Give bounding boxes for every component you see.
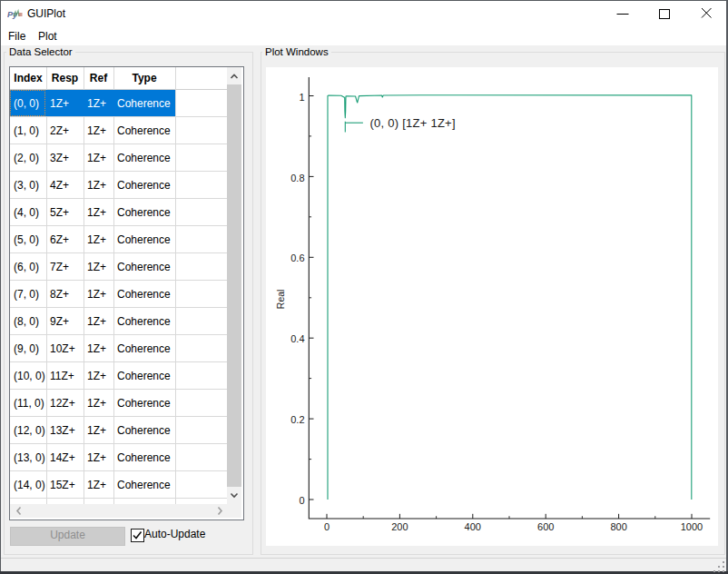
svg-text:0.4: 0.4 [290,333,304,344]
svg-text:0: 0 [299,495,304,506]
svg-text:0.8: 0.8 [290,173,304,183]
svg-text:Real: Real [275,290,286,310]
svg-text:1: 1 [299,92,304,103]
svg-text:400: 400 [465,521,481,532]
svg-text:200: 200 [391,521,408,532]
svg-text:(0, 0) [1Z+ 1Z+]: (0, 0) [1Z+ 1Z+] [370,116,456,130]
svg-text:600: 600 [537,521,554,532]
svg-text:800: 800 [610,521,626,532]
svg-text:1000: 1000 [681,521,703,532]
svg-text:0: 0 [324,521,330,532]
svg-text:0.6: 0.6 [290,252,304,263]
svg-text:0.2: 0.2 [290,414,304,425]
